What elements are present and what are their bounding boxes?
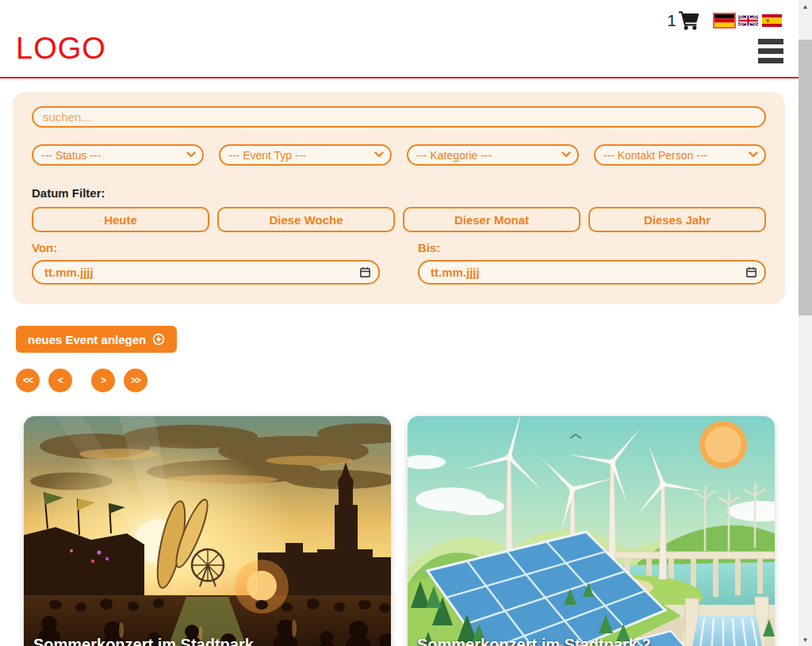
prev-page-button[interactable]: < — [48, 369, 72, 392]
next-page-button[interactable]: > — [91, 369, 115, 392]
language-spanish-flag-icon[interactable] — [762, 14, 782, 27]
scrollbar-thumb[interactable] — [799, 40, 812, 315]
language-english-flag-icon[interactable] — [738, 14, 758, 27]
event-type-select[interactable]: --- Event Typ --- — [219, 144, 391, 166]
contact-person-select-wrap: --- Kontakt Person --- — [594, 144, 766, 166]
status-select[interactable]: --- Status --- — [32, 144, 204, 166]
plus-circle-icon — [152, 333, 165, 346]
pagination: << < > >> — [16, 369, 799, 392]
date-range-row: Von: Bis: — [32, 241, 766, 285]
event-card-sommerkonzert-2[interactable]: Sommerkonzert im Stadtpark 2 — [408, 416, 775, 646]
cart-button[interactable]: 1 — [667, 10, 699, 30]
contact-person-select[interactable]: --- Kontakt Person --- — [594, 144, 766, 166]
menu-hamburger-icon[interactable] — [758, 39, 783, 63]
from-label: Von: — [32, 241, 380, 254]
event-card-list: Sommerkonzert im Stadtpark — [24, 416, 799, 646]
scrollbar: ▲ ▼ — [799, 0, 812, 646]
filter-panel: --- Status --- --- Event Typ --- --- Kat… — [13, 92, 785, 304]
quick-date-buttons: Heute Diese Woche Dieser Monat Dieses Ja… — [32, 207, 766, 232]
new-event-button-label: neues Event anlegen — [28, 333, 146, 346]
event-title: Sommerkonzert im Stadtpark 2 — [417, 636, 651, 646]
search-input[interactable] — [32, 106, 766, 128]
cart-icon — [678, 10, 699, 30]
event-type-select-wrap: --- Event Typ --- — [219, 144, 391, 166]
category-select[interactable]: --- Kategorie --- — [407, 144, 579, 166]
this-month-button[interactable]: Dieser Monat — [403, 207, 580, 232]
new-event-button[interactable]: neues Event anlegen — [16, 326, 177, 353]
event-title: Sommerkonzert im Stadtpark — [33, 636, 254, 646]
date-to-input[interactable] — [418, 260, 766, 285]
to-label: Bis: — [418, 241, 766, 254]
header-right: 1 — [667, 10, 782, 30]
filter-selects-row: --- Status --- --- Event Typ --- --- Kat… — [32, 144, 766, 166]
first-page-button[interactable]: << — [16, 369, 40, 392]
this-week-button[interactable]: Diese Woche — [217, 207, 395, 232]
header: LOGO 1 — [0, 0, 799, 78]
event-image-sunset-festival — [24, 416, 391, 646]
event-card-sommerkonzert[interactable]: Sommerkonzert im Stadtpark — [24, 416, 391, 646]
this-year-button[interactable]: Dieses Jahr — [588, 207, 766, 232]
calendar-icon[interactable] — [359, 266, 371, 278]
date-from-group: Von: — [32, 241, 380, 285]
last-page-button[interactable]: >> — [124, 369, 147, 392]
status-select-wrap: --- Status --- — [32, 144, 204, 166]
language-german-flag-icon[interactable] — [714, 14, 734, 27]
calendar-icon[interactable] — [745, 266, 757, 278]
date-from-input[interactable] — [32, 260, 380, 285]
event-image-renewable-energy — [408, 416, 775, 646]
language-switcher — [714, 14, 782, 27]
scrollbar-down-arrow-icon[interactable]: ▼ — [799, 633, 812, 646]
scrollbar-up-arrow-icon[interactable]: ▲ — [799, 0, 812, 13]
cart-count: 1 — [667, 11, 676, 30]
logo[interactable]: LOGO — [16, 32, 106, 66]
today-button[interactable]: Heute — [32, 207, 209, 232]
date-to-group: Bis: — [418, 241, 766, 285]
date-filter-label: Datum Filter: — [32, 186, 766, 200]
category-select-wrap: --- Kategorie --- — [407, 144, 579, 166]
